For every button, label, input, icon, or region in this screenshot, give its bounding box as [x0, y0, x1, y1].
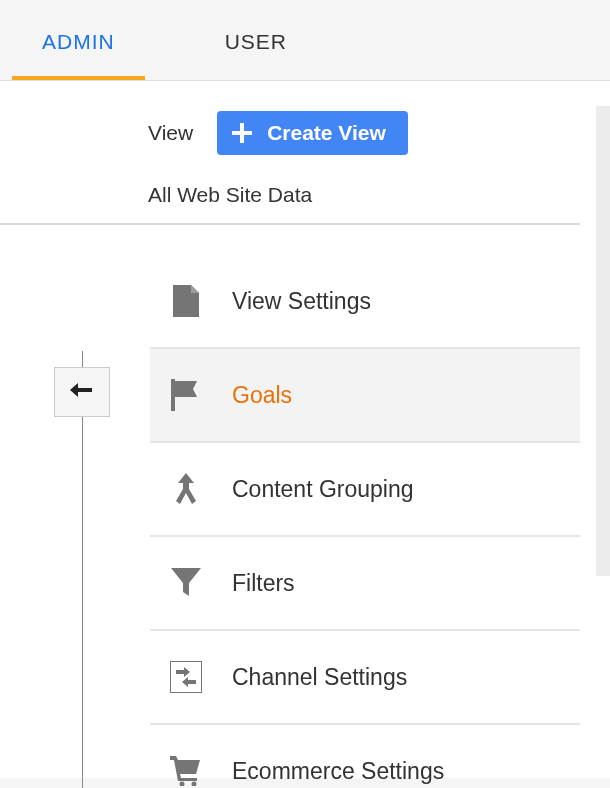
back-arrow-icon [68, 380, 96, 404]
svg-rect-3 [170, 661, 202, 693]
document-icon [170, 285, 202, 317]
channel-icon [170, 661, 202, 693]
scrollbar[interactable] [596, 106, 610, 576]
menu-item-content-grouping[interactable]: Content Grouping [150, 443, 580, 537]
view-menu: View Settings Goals Content Grouping [150, 255, 580, 788]
menu-item-view-settings[interactable]: View Settings [150, 255, 580, 349]
menu-label: Filters [232, 570, 295, 597]
plus-icon [231, 122, 253, 144]
menu-label: Channel Settings [232, 664, 407, 691]
content-area: View Create View All Web Site Data [0, 80, 610, 778]
view-name: All Web Site Data [148, 183, 312, 206]
svg-point-4 [180, 782, 185, 787]
merge-icon [170, 473, 202, 505]
menu-label: Ecommerce Settings [232, 758, 444, 785]
view-label: View [148, 121, 193, 145]
flag-icon [170, 379, 202, 411]
view-name-row[interactable]: All Web Site Data [0, 169, 580, 225]
menu-item-channel-settings[interactable]: Channel Settings [150, 631, 580, 725]
menu-item-goals[interactable]: Goals [150, 349, 580, 443]
cart-icon [170, 755, 202, 787]
menu-label: Goals [232, 382, 292, 409]
filter-icon [170, 567, 202, 599]
tab-admin[interactable]: ADMIN [12, 20, 145, 80]
menu-item-ecommerce-settings[interactable]: Ecommerce Settings [150, 725, 580, 788]
tab-bar: ADMIN USER [0, 0, 610, 80]
svg-point-5 [192, 782, 197, 787]
menu-item-filters[interactable]: Filters [150, 537, 580, 631]
tab-user[interactable]: USER [195, 20, 317, 80]
svg-rect-2 [171, 379, 175, 411]
menu-label: Content Grouping [232, 476, 414, 503]
create-view-button[interactable]: Create View [217, 111, 408, 155]
create-view-label: Create View [267, 121, 386, 145]
back-button[interactable] [54, 367, 110, 417]
view-header: View Create View [0, 81, 610, 169]
menu-label: View Settings [232, 288, 371, 315]
svg-rect-1 [232, 131, 252, 135]
